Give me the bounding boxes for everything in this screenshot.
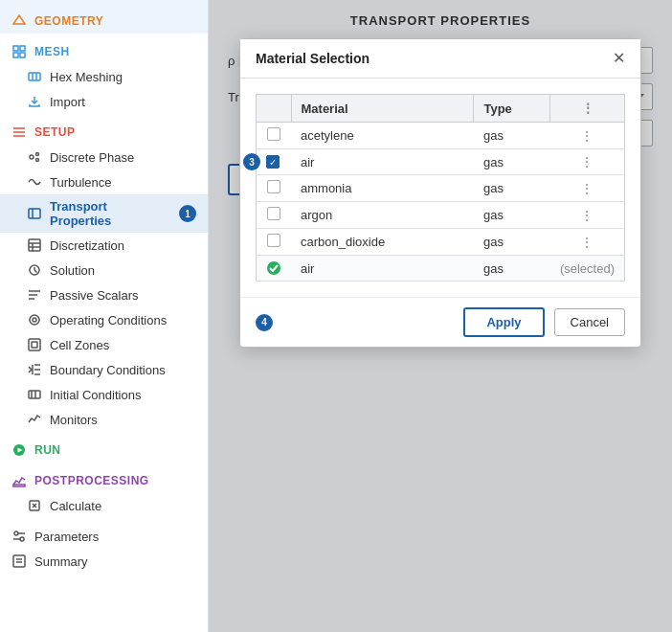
sidebar-section-run[interactable]: RUN: [0, 438, 208, 463]
row-menu-ammonia[interactable]: ⋮: [550, 175, 625, 202]
sidebar-item-geometry[interactable]: GEOMETRY: [0, 0, 208, 34]
svg-rect-3: [13, 53, 18, 57]
modal-close-button[interactable]: ✕: [613, 51, 625, 66]
material-type-air: gas: [474, 149, 550, 175]
svg-marker-0: [13, 15, 25, 24]
sidebar-item-solution[interactable]: Solution: [0, 258, 208, 282]
mesh-icon: [11, 44, 27, 59]
selected-row: air gas (selected): [257, 256, 625, 282]
row-menu-air[interactable]: ⋮: [550, 149, 625, 175]
sidebar-item-label: GEOMETRY: [34, 14, 103, 28]
boundary-conditions-icon: [27, 362, 42, 377]
table-row: carbon_dioxide gas ⋮: [257, 229, 625, 256]
material-type-argon: gas: [474, 202, 550, 229]
sidebar-item-discretization[interactable]: Discretization: [0, 233, 208, 258]
run-icon: [11, 442, 27, 458]
checkbox-acetylene[interactable]: [267, 127, 280, 141]
selected-label: (selected): [560, 261, 615, 276]
hex-meshing-icon: [27, 69, 42, 84]
material-name-acetylene: acetylene: [291, 123, 474, 149]
row-check-cell: 3: [257, 149, 292, 175]
svg-rect-2: [20, 46, 25, 51]
svg-rect-5: [29, 73, 40, 80]
import-icon: [27, 94, 42, 109]
checkbox-ammonia[interactable]: [267, 180, 280, 193]
sidebar-item-operating-conditions[interactable]: Operating Conditions: [0, 307, 208, 332]
parameters-icon: [11, 529, 27, 544]
row-check-cell: [257, 229, 292, 256]
sidebar-item-label: Passive Scalars: [50, 288, 138, 303]
svg-point-13: [36, 153, 39, 156]
col-header-type: Type: [474, 95, 550, 123]
cancel-button[interactable]: Cancel: [554, 308, 625, 336]
row-dots-icon[interactable]: ⋮: [580, 208, 594, 223]
sidebar-item-label: RUN: [34, 443, 61, 457]
checkbox-air[interactable]: [266, 155, 280, 169]
sidebar-item-label: Monitors: [50, 413, 98, 427]
row-check-cell: [257, 123, 292, 149]
solution-icon: [27, 262, 42, 278]
sidebar-item-label: Turbulence: [50, 175, 112, 190]
svg-point-12: [30, 155, 34, 159]
svg-rect-48: [13, 555, 25, 567]
sidebar-item-parameters[interactable]: Parameters: [0, 524, 208, 549]
table-menu-icon[interactable]: ⋮: [581, 101, 594, 116]
sidebar-item-summary[interactable]: Summary: [0, 549, 208, 574]
sidebar-item-label: Boundary Conditions: [50, 363, 166, 377]
sidebar-item-monitors[interactable]: Monitors: [0, 407, 208, 432]
transport-properties-icon: [27, 206, 42, 221]
col-header-material: Material: [291, 95, 474, 123]
turbulence-icon: [27, 174, 42, 190]
col-header-check: [257, 95, 292, 123]
sidebar-item-label: Initial Conditions: [50, 388, 141, 402]
initial-conditions-icon: [27, 387, 42, 402]
sidebar-item-turbulence[interactable]: Turbulence: [0, 169, 208, 194]
discrete-phase-icon: [27, 149, 42, 165]
sidebar-item-transport-properties[interactable]: Transport Properties 1: [0, 194, 208, 233]
sidebar-item-label: SETUP: [34, 125, 76, 139]
row-dots-icon[interactable]: ⋮: [580, 154, 594, 169]
sidebar-item-label: Discrete Phase: [50, 150, 134, 165]
sidebar-item-initial-conditions[interactable]: Initial Conditions: [0, 382, 208, 407]
row-dots-icon[interactable]: ⋮: [580, 128, 594, 144]
sidebar-item-calculate[interactable]: Calculate: [0, 493, 208, 518]
sidebar-item-boundary-conditions[interactable]: Boundary Conditions: [0, 357, 208, 382]
material-name-co2: carbon_dioxide: [291, 229, 474, 256]
checkbox-carbon-dioxide[interactable]: [267, 234, 280, 247]
sidebar-item-discrete-phase[interactable]: Discrete Phase: [0, 145, 208, 169]
svg-line-23: [34, 270, 37, 273]
svg-rect-29: [29, 339, 40, 350]
row-check-cell: [257, 175, 292, 202]
row-dots-icon[interactable]: ⋮: [580, 181, 594, 196]
row-menu-argon[interactable]: ⋮: [550, 202, 625, 229]
sidebar-item-label: Import: [50, 95, 85, 109]
sidebar-section-mesh[interactable]: MESH: [0, 39, 208, 64]
material-name-ammonia: ammonia: [291, 175, 474, 202]
svg-point-45: [20, 537, 24, 541]
row-dots-icon[interactable]: ⋮: [580, 235, 594, 250]
sidebar-section-setup[interactable]: SETUP: [0, 120, 208, 145]
checkbox-argon[interactable]: [267, 207, 280, 220]
table-row: ammonia gas ⋮: [257, 175, 625, 202]
sidebar-item-label: POSTPROCESSING: [34, 474, 149, 487]
selected-material-type: gas: [474, 256, 550, 282]
sidebar-item-hex-meshing[interactable]: Hex Meshing: [0, 64, 208, 89]
apply-button[interactable]: Apply: [463, 307, 544, 337]
svg-rect-1: [13, 46, 18, 51]
svg-point-27: [30, 315, 39, 325]
sidebar-item-cell-zones[interactable]: Cell Zones: [0, 332, 208, 357]
material-name-air: air: [291, 149, 474, 175]
svg-point-14: [36, 159, 39, 162]
sidebar-section-postprocessing[interactable]: POSTPROCESSING: [0, 468, 208, 493]
summary-icon: [11, 553, 27, 569]
row-menu-co2[interactable]: ⋮: [550, 229, 625, 256]
sidebar-item-passive-scalars[interactable]: Passive Scalars: [0, 282, 208, 307]
material-type-co2: gas: [474, 229, 550, 256]
row-menu-acetylene[interactable]: ⋮: [550, 123, 625, 149]
modal-footer: 4 Apply Cancel: [240, 297, 640, 347]
post-icon: [11, 473, 27, 488]
modal-title: Material Selection: [256, 51, 370, 66]
sidebar-item-import[interactable]: Import: [0, 89, 208, 114]
svg-rect-4: [20, 53, 25, 57]
main-panel: TRANSPORT PROPERTIES ρ [kg/m³] Transport…: [209, 0, 672, 632]
